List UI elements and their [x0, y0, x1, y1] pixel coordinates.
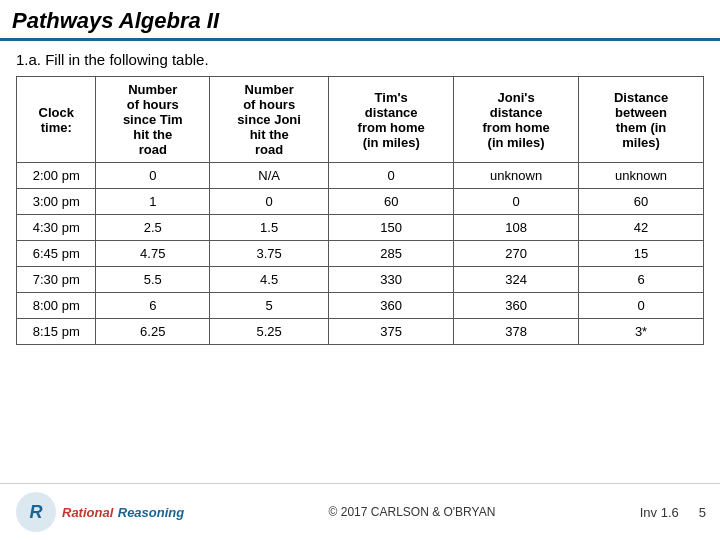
footer-right: Inv 1.6 5 [640, 505, 706, 520]
cell-joni-hours: 5.25 [210, 319, 329, 345]
cell-tims-dist: 60 [329, 189, 454, 215]
cell-tim-hours: 5.5 [96, 267, 210, 293]
col-header-clock: Clocktime: [17, 77, 96, 163]
cell-tims-dist: 150 [329, 215, 454, 241]
logo: R Rational Reasoning [14, 490, 184, 534]
page-title: Pathways Algebra II [12, 8, 708, 34]
cell-tim-hours: 2.5 [96, 215, 210, 241]
cell-clock: 8:15 pm [17, 319, 96, 345]
content: 1.a. Fill in the following table. Clockt… [0, 41, 720, 483]
cell-jonis-dist: 0 [454, 189, 579, 215]
table-row: 8:15 pm6.255.253753783* [17, 319, 704, 345]
inv-label: Inv 1.6 [640, 505, 679, 520]
cell-clock: 4:30 pm [17, 215, 96, 241]
col-header-tim-hours: Numberof hourssince Timhit theroad [96, 77, 210, 163]
cell-tim-hours: 4.75 [96, 241, 210, 267]
cell-tims-dist: 360 [329, 293, 454, 319]
cell-between: 3* [579, 319, 704, 345]
table-row: 4:30 pm2.51.515010842 [17, 215, 704, 241]
col-header-between: Distancebetweenthem (inmiles) [579, 77, 704, 163]
table-body: 2:00 pm0N/A0unknownunknown3:00 pm1060060… [17, 163, 704, 345]
cell-between: 6 [579, 267, 704, 293]
cell-joni-hours: 1.5 [210, 215, 329, 241]
table-header-row: Clocktime: Numberof hourssince Timhit th… [17, 77, 704, 163]
data-table: Clocktime: Numberof hourssince Timhit th… [16, 76, 704, 345]
table-row: 8:00 pm653603600 [17, 293, 704, 319]
table-row: 2:00 pm0N/A0unknownunknown [17, 163, 704, 189]
cell-clock: 3:00 pm [17, 189, 96, 215]
col-header-jonis-dist: Joni'sdistancefrom home(in miles) [454, 77, 579, 163]
logo-line1: Rational [62, 505, 113, 520]
col-header-tims-dist: Tim'sdistancefrom home(in miles) [329, 77, 454, 163]
cell-clock: 8:00 pm [17, 293, 96, 319]
cell-tim-hours: 6.25 [96, 319, 210, 345]
instruction: 1.a. Fill in the following table. [16, 51, 704, 68]
title-bar: Pathways Algebra II [0, 0, 720, 41]
app: Pathways Algebra II 1.a. Fill in the fol… [0, 0, 720, 540]
cell-tim-hours: 0 [96, 163, 210, 189]
cell-joni-hours: 0 [210, 189, 329, 215]
cell-joni-hours: 5 [210, 293, 329, 319]
cell-between: 60 [579, 189, 704, 215]
cell-joni-hours: N/A [210, 163, 329, 189]
svg-text:R: R [30, 502, 43, 522]
cell-clock: 2:00 pm [17, 163, 96, 189]
cell-clock: 7:30 pm [17, 267, 96, 293]
cell-between: 0 [579, 293, 704, 319]
cell-jonis-dist: 324 [454, 267, 579, 293]
cell-tims-dist: 375 [329, 319, 454, 345]
logo-line2: Reasoning [118, 505, 184, 520]
cell-joni-hours: 3.75 [210, 241, 329, 267]
page-num: 5 [699, 505, 706, 520]
cell-tim-hours: 6 [96, 293, 210, 319]
cell-jonis-dist: unknown [454, 163, 579, 189]
cell-tims-dist: 330 [329, 267, 454, 293]
cell-jonis-dist: 108 [454, 215, 579, 241]
cell-jonis-dist: 360 [454, 293, 579, 319]
cell-jonis-dist: 378 [454, 319, 579, 345]
table-row: 3:00 pm1060060 [17, 189, 704, 215]
cell-between: 15 [579, 241, 704, 267]
cell-clock: 6:45 pm [17, 241, 96, 267]
cell-tims-dist: 285 [329, 241, 454, 267]
cell-tim-hours: 1 [96, 189, 210, 215]
cell-jonis-dist: 270 [454, 241, 579, 267]
table-row: 6:45 pm4.753.7528527015 [17, 241, 704, 267]
col-header-joni-hours: Numberof hourssince Jonihit theroad [210, 77, 329, 163]
footer-copyright: © 2017 CARLSON & O'BRYAN [329, 505, 496, 519]
logo-text-block: Rational Reasoning [62, 503, 184, 521]
cell-joni-hours: 4.5 [210, 267, 329, 293]
cell-tims-dist: 0 [329, 163, 454, 189]
cell-between: unknown [579, 163, 704, 189]
logo-icon: R [14, 490, 58, 534]
table-row: 7:30 pm5.54.53303246 [17, 267, 704, 293]
cell-between: 42 [579, 215, 704, 241]
footer: R Rational Reasoning © 2017 CARLSON & O'… [0, 483, 720, 540]
